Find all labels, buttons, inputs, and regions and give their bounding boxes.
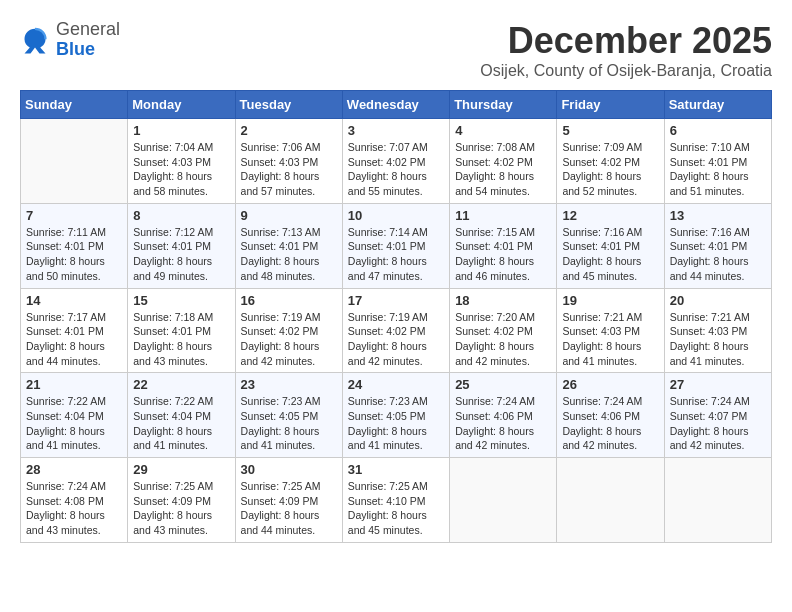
logo-icon bbox=[20, 25, 50, 55]
day-number: 3 bbox=[348, 123, 444, 138]
day-number: 15 bbox=[133, 293, 229, 308]
day-info: Sunrise: 7:18 AMSunset: 4:01 PMDaylight:… bbox=[133, 310, 229, 369]
calendar-week-row: 14Sunrise: 7:17 AMSunset: 4:01 PMDayligh… bbox=[21, 288, 772, 373]
day-info: Sunrise: 7:16 AMSunset: 4:01 PMDaylight:… bbox=[562, 225, 658, 284]
day-number: 26 bbox=[562, 377, 658, 392]
calendar-cell: 21Sunrise: 7:22 AMSunset: 4:04 PMDayligh… bbox=[21, 373, 128, 458]
calendar-cell: 13Sunrise: 7:16 AMSunset: 4:01 PMDayligh… bbox=[664, 203, 771, 288]
calendar-cell: 9Sunrise: 7:13 AMSunset: 4:01 PMDaylight… bbox=[235, 203, 342, 288]
day-number: 28 bbox=[26, 462, 122, 477]
day-number: 11 bbox=[455, 208, 551, 223]
calendar-cell: 11Sunrise: 7:15 AMSunset: 4:01 PMDayligh… bbox=[450, 203, 557, 288]
day-number: 4 bbox=[455, 123, 551, 138]
day-info: Sunrise: 7:13 AMSunset: 4:01 PMDaylight:… bbox=[241, 225, 337, 284]
day-info: Sunrise: 7:16 AMSunset: 4:01 PMDaylight:… bbox=[670, 225, 766, 284]
calendar-cell bbox=[664, 458, 771, 543]
day-info: Sunrise: 7:04 AMSunset: 4:03 PMDaylight:… bbox=[133, 140, 229, 199]
weekday-header-tuesday: Tuesday bbox=[235, 91, 342, 119]
day-number: 1 bbox=[133, 123, 229, 138]
day-info: Sunrise: 7:10 AMSunset: 4:01 PMDaylight:… bbox=[670, 140, 766, 199]
calendar-cell: 31Sunrise: 7:25 AMSunset: 4:10 PMDayligh… bbox=[342, 458, 449, 543]
day-info: Sunrise: 7:24 AMSunset: 4:07 PMDaylight:… bbox=[670, 394, 766, 453]
calendar-cell: 14Sunrise: 7:17 AMSunset: 4:01 PMDayligh… bbox=[21, 288, 128, 373]
day-number: 12 bbox=[562, 208, 658, 223]
location-title: Osijek, County of Osijek-Baranja, Croati… bbox=[480, 62, 772, 80]
day-info: Sunrise: 7:12 AMSunset: 4:01 PMDaylight:… bbox=[133, 225, 229, 284]
day-info: Sunrise: 7:24 AMSunset: 4:06 PMDaylight:… bbox=[455, 394, 551, 453]
day-number: 14 bbox=[26, 293, 122, 308]
day-number: 8 bbox=[133, 208, 229, 223]
day-number: 7 bbox=[26, 208, 122, 223]
header: General Blue December 2025 Osijek, Count… bbox=[20, 20, 772, 80]
calendar-cell: 1Sunrise: 7:04 AMSunset: 4:03 PMDaylight… bbox=[128, 119, 235, 204]
day-number: 9 bbox=[241, 208, 337, 223]
day-number: 19 bbox=[562, 293, 658, 308]
day-info: Sunrise: 7:24 AMSunset: 4:06 PMDaylight:… bbox=[562, 394, 658, 453]
logo: General Blue bbox=[20, 20, 120, 60]
calendar-cell: 24Sunrise: 7:23 AMSunset: 4:05 PMDayligh… bbox=[342, 373, 449, 458]
day-number: 18 bbox=[455, 293, 551, 308]
day-number: 23 bbox=[241, 377, 337, 392]
calendar-cell: 28Sunrise: 7:24 AMSunset: 4:08 PMDayligh… bbox=[21, 458, 128, 543]
day-number: 17 bbox=[348, 293, 444, 308]
day-info: Sunrise: 7:09 AMSunset: 4:02 PMDaylight:… bbox=[562, 140, 658, 199]
calendar-cell: 27Sunrise: 7:24 AMSunset: 4:07 PMDayligh… bbox=[664, 373, 771, 458]
calendar-cell: 19Sunrise: 7:21 AMSunset: 4:03 PMDayligh… bbox=[557, 288, 664, 373]
weekday-header-sunday: Sunday bbox=[21, 91, 128, 119]
calendar-cell: 18Sunrise: 7:20 AMSunset: 4:02 PMDayligh… bbox=[450, 288, 557, 373]
day-number: 30 bbox=[241, 462, 337, 477]
calendar-cell bbox=[450, 458, 557, 543]
day-number: 22 bbox=[133, 377, 229, 392]
day-number: 13 bbox=[670, 208, 766, 223]
day-info: Sunrise: 7:25 AMSunset: 4:09 PMDaylight:… bbox=[241, 479, 337, 538]
calendar-cell: 8Sunrise: 7:12 AMSunset: 4:01 PMDaylight… bbox=[128, 203, 235, 288]
calendar-cell: 4Sunrise: 7:08 AMSunset: 4:02 PMDaylight… bbox=[450, 119, 557, 204]
day-number: 31 bbox=[348, 462, 444, 477]
day-number: 24 bbox=[348, 377, 444, 392]
calendar-week-row: 21Sunrise: 7:22 AMSunset: 4:04 PMDayligh… bbox=[21, 373, 772, 458]
calendar-cell: 2Sunrise: 7:06 AMSunset: 4:03 PMDaylight… bbox=[235, 119, 342, 204]
calendar-cell: 26Sunrise: 7:24 AMSunset: 4:06 PMDayligh… bbox=[557, 373, 664, 458]
day-info: Sunrise: 7:25 AMSunset: 4:09 PMDaylight:… bbox=[133, 479, 229, 538]
weekday-header-monday: Monday bbox=[128, 91, 235, 119]
day-number: 20 bbox=[670, 293, 766, 308]
day-info: Sunrise: 7:08 AMSunset: 4:02 PMDaylight:… bbox=[455, 140, 551, 199]
calendar-week-row: 7Sunrise: 7:11 AMSunset: 4:01 PMDaylight… bbox=[21, 203, 772, 288]
day-info: Sunrise: 7:20 AMSunset: 4:02 PMDaylight:… bbox=[455, 310, 551, 369]
day-info: Sunrise: 7:15 AMSunset: 4:01 PMDaylight:… bbox=[455, 225, 551, 284]
day-info: Sunrise: 7:21 AMSunset: 4:03 PMDaylight:… bbox=[562, 310, 658, 369]
day-info: Sunrise: 7:19 AMSunset: 4:02 PMDaylight:… bbox=[241, 310, 337, 369]
logo-text: General Blue bbox=[56, 20, 120, 60]
calendar-cell: 17Sunrise: 7:19 AMSunset: 4:02 PMDayligh… bbox=[342, 288, 449, 373]
day-number: 6 bbox=[670, 123, 766, 138]
calendar-cell bbox=[557, 458, 664, 543]
calendar-cell: 7Sunrise: 7:11 AMSunset: 4:01 PMDaylight… bbox=[21, 203, 128, 288]
calendar-week-row: 1Sunrise: 7:04 AMSunset: 4:03 PMDaylight… bbox=[21, 119, 772, 204]
weekday-header-saturday: Saturday bbox=[664, 91, 771, 119]
day-info: Sunrise: 7:25 AMSunset: 4:10 PMDaylight:… bbox=[348, 479, 444, 538]
calendar-cell: 29Sunrise: 7:25 AMSunset: 4:09 PMDayligh… bbox=[128, 458, 235, 543]
weekday-header-wednesday: Wednesday bbox=[342, 91, 449, 119]
day-info: Sunrise: 7:14 AMSunset: 4:01 PMDaylight:… bbox=[348, 225, 444, 284]
calendar-cell: 16Sunrise: 7:19 AMSunset: 4:02 PMDayligh… bbox=[235, 288, 342, 373]
calendar-cell: 10Sunrise: 7:14 AMSunset: 4:01 PMDayligh… bbox=[342, 203, 449, 288]
calendar-cell: 15Sunrise: 7:18 AMSunset: 4:01 PMDayligh… bbox=[128, 288, 235, 373]
day-number: 29 bbox=[133, 462, 229, 477]
day-info: Sunrise: 7:21 AMSunset: 4:03 PMDaylight:… bbox=[670, 310, 766, 369]
calendar-cell: 12Sunrise: 7:16 AMSunset: 4:01 PMDayligh… bbox=[557, 203, 664, 288]
day-info: Sunrise: 7:07 AMSunset: 4:02 PMDaylight:… bbox=[348, 140, 444, 199]
day-number: 2 bbox=[241, 123, 337, 138]
day-number: 27 bbox=[670, 377, 766, 392]
day-info: Sunrise: 7:23 AMSunset: 4:05 PMDaylight:… bbox=[348, 394, 444, 453]
calendar: SundayMondayTuesdayWednesdayThursdayFrid… bbox=[20, 90, 772, 543]
calendar-cell bbox=[21, 119, 128, 204]
day-number: 10 bbox=[348, 208, 444, 223]
day-info: Sunrise: 7:06 AMSunset: 4:03 PMDaylight:… bbox=[241, 140, 337, 199]
day-info: Sunrise: 7:11 AMSunset: 4:01 PMDaylight:… bbox=[26, 225, 122, 284]
calendar-cell: 3Sunrise: 7:07 AMSunset: 4:02 PMDaylight… bbox=[342, 119, 449, 204]
calendar-cell: 22Sunrise: 7:22 AMSunset: 4:04 PMDayligh… bbox=[128, 373, 235, 458]
calendar-cell: 20Sunrise: 7:21 AMSunset: 4:03 PMDayligh… bbox=[664, 288, 771, 373]
title-section: December 2025 Osijek, County of Osijek-B… bbox=[480, 20, 772, 80]
day-info: Sunrise: 7:17 AMSunset: 4:01 PMDaylight:… bbox=[26, 310, 122, 369]
calendar-cell: 5Sunrise: 7:09 AMSunset: 4:02 PMDaylight… bbox=[557, 119, 664, 204]
